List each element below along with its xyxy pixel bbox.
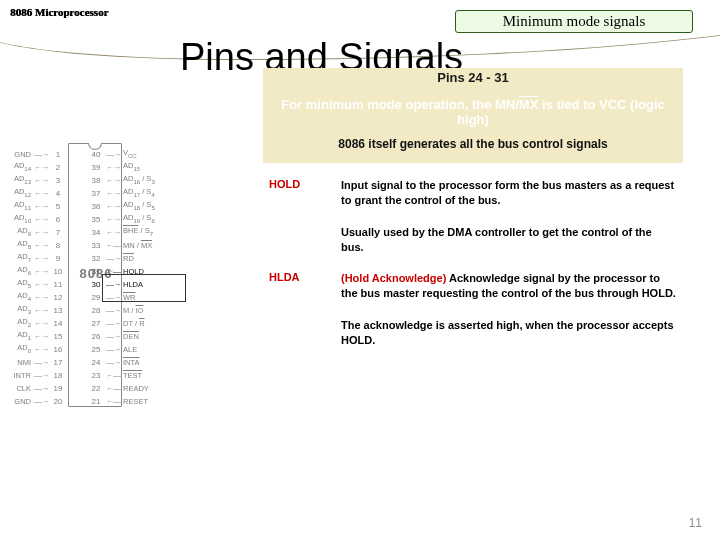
pin-right-arrow: ←→ xyxy=(104,174,122,187)
pin-right-arrow: ←— xyxy=(104,382,122,395)
pin-num-left: 7 xyxy=(50,226,66,239)
pin-num-right: 28 xyxy=(88,304,104,317)
pin-right-arrow: —→ xyxy=(104,304,122,317)
pin-num-left: 17 xyxy=(50,356,66,369)
pin-num-left: 2 xyxy=(50,161,66,174)
pin-right-label: ALE xyxy=(122,343,137,356)
pin-row: CLK—→1922←—READY xyxy=(6,382,155,395)
pin-left-arrow: ←→ xyxy=(32,252,50,265)
pin-num-left: 8 xyxy=(50,239,66,252)
pin-right-arrow: ←— xyxy=(104,239,122,252)
signal-name-hlda: HLDA xyxy=(263,268,335,315)
pin-num-right: 36 xyxy=(88,200,104,213)
pin-num-right: 24 xyxy=(88,356,104,369)
pin-num-left: 14 xyxy=(50,317,66,330)
table-row: Usually used by the DMA controller to ge… xyxy=(263,222,683,269)
pin-num-right: 25 xyxy=(88,343,104,356)
signal-desc-hlda-0: (Hold Acknowledge) Acknowledge signal by… xyxy=(335,268,683,315)
pin-num-left: 3 xyxy=(50,174,66,187)
pin-right-arrow: —→ xyxy=(104,148,122,161)
pin-left-label: INTR xyxy=(6,369,32,382)
hlda-redtext: (Hold Acknowledge) xyxy=(341,272,446,284)
pin-right-label: DT / R xyxy=(122,317,145,330)
subline: 8086 itself generates all the bus contro… xyxy=(263,131,683,163)
pin-left-label: NMI xyxy=(6,356,32,369)
pin-row: GND—→2021←—RESET xyxy=(6,395,155,408)
pin-diagram: 8086 GND—→140—→VCCAD14←→239←→AD15AD13←→3… xyxy=(6,148,155,408)
pin-left-arrow: ←→ xyxy=(32,161,50,174)
pin-left-arrow: ←→ xyxy=(32,265,50,278)
pin-left-arrow: ←→ xyxy=(32,200,50,213)
pin-num-right: 35 xyxy=(88,213,104,226)
pin-num-right: 38 xyxy=(88,174,104,187)
pin-num-right: 40 xyxy=(88,148,104,161)
signal-desc-hlda-1: The acknowledge is asserted high, when t… xyxy=(335,315,683,362)
pin-right-arrow: —→ xyxy=(104,343,122,356)
pin-left-arrow: ←→ xyxy=(32,317,50,330)
pin-num-left: 5 xyxy=(50,200,66,213)
table-row: The acknowledge is asserted high, when t… xyxy=(263,315,683,362)
pin-right-label: INTA xyxy=(122,356,140,369)
pin-num-right: 39 xyxy=(88,161,104,174)
pin-left-label: GND xyxy=(6,395,32,408)
pin-num-right: 34 xyxy=(88,226,104,239)
mode-desc-pre: For minimum mode operation, the MN/ xyxy=(281,97,519,112)
pin-right-arrow: —→ xyxy=(104,252,122,265)
pin-num-left: 6 xyxy=(50,213,66,226)
pin-num-right: 21 xyxy=(88,395,104,408)
pin-right-arrow: —→ xyxy=(104,317,122,330)
pin-right-label: TEST xyxy=(122,369,142,382)
pin-right-arrow: —→ xyxy=(104,291,122,304)
mode-desc: For minimum mode operation, the MN/MX is… xyxy=(263,87,683,131)
pin-num-left: 4 xyxy=(50,187,66,200)
signal-name-hold: HOLD xyxy=(263,175,335,222)
pin-right-arrow: ←→ xyxy=(104,187,122,200)
pin-left-arrow: ←→ xyxy=(32,330,50,343)
table-row: HLDA (Hold Acknowledge) Acknowledge sign… xyxy=(263,268,683,315)
pins-range: Pins 24 - 31 xyxy=(263,68,683,87)
pin-row: NMI—→1724—→INTA xyxy=(6,356,155,369)
pin-left-arrow: —→ xyxy=(32,369,50,382)
pin-left-arrow: ←→ xyxy=(32,187,50,200)
pin-right-label: DEN xyxy=(122,330,139,343)
pin-right-arrow: ←→ xyxy=(104,200,122,213)
mode-desc-bar: MX xyxy=(519,97,539,112)
pin-right-label: M / IO xyxy=(122,304,143,317)
pin-right-label: MN / MX xyxy=(122,239,152,252)
content-panel: Pins 24 - 31 For minimum mode operation,… xyxy=(263,68,683,362)
pin-num-left: 13 xyxy=(50,304,66,317)
pin-right-arrow: ←→ xyxy=(104,161,122,174)
signal-desc-hold-0: Input signal to the processor form the b… xyxy=(335,175,683,222)
pin-left-arrow: —→ xyxy=(32,148,50,161)
pin-right-arrow: ←→ xyxy=(104,226,122,239)
pin-left-arrow: ←→ xyxy=(32,174,50,187)
pin-left-arrow: ←→ xyxy=(32,343,50,356)
pin-num-left: 20 xyxy=(50,395,66,408)
pin-left-arrow: —→ xyxy=(32,395,50,408)
pin-right-label: RD xyxy=(122,252,134,265)
pin-num-left: 12 xyxy=(50,291,66,304)
pin-left-arrow: —→ xyxy=(32,356,50,369)
pin-left-arrow: —→ xyxy=(32,382,50,395)
pin-num-left: 1 xyxy=(50,148,66,161)
pin-right-arrow: ←→ xyxy=(104,213,122,226)
pin-right-arrow: ←— xyxy=(104,395,122,408)
page-number: 11 xyxy=(689,516,702,530)
pin-num-right: 29 xyxy=(88,291,104,304)
pin-right-arrow: —→ xyxy=(104,356,122,369)
pin-num-right: 23 xyxy=(88,369,104,382)
header-chip-label: 8086 Microprocessor xyxy=(10,6,108,18)
pin-num-left: 16 xyxy=(50,343,66,356)
pin-right-arrow: ←— xyxy=(104,369,122,382)
pin-num-right: 22 xyxy=(88,382,104,395)
pin-left-arrow: ←→ xyxy=(32,304,50,317)
pin-right-label: RESET xyxy=(122,395,148,408)
pin-num-left: 15 xyxy=(50,330,66,343)
pin-left-arrow: ←→ xyxy=(32,291,50,304)
pin-num-right: 26 xyxy=(88,330,104,343)
pin-left-label: CLK xyxy=(6,382,32,395)
pin-left-arrow: ←→ xyxy=(32,226,50,239)
pin-num-right: 37 xyxy=(88,187,104,200)
pin-row: INTR—→1823←—TEST xyxy=(6,369,155,382)
table-row: HOLD Input signal to the processor form … xyxy=(263,175,683,222)
